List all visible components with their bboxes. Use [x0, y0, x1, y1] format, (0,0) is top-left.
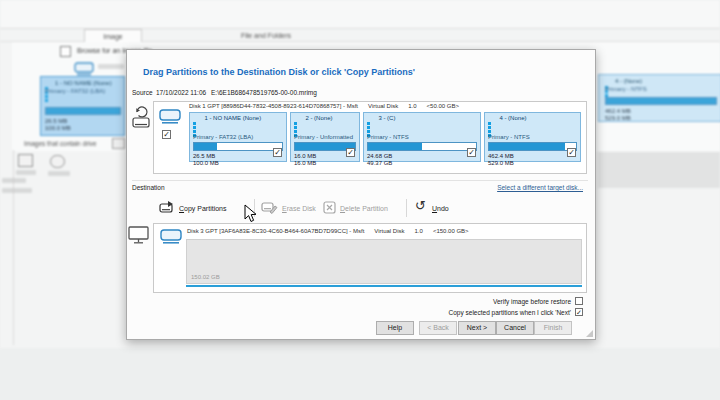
unallocated-space[interactable]: 150.02 GB: [186, 239, 582, 284]
partition-sizes: 26.5 MB100.0 MB: [193, 153, 283, 167]
cancel-button[interactable]: Cancel: [496, 321, 534, 335]
bg-toolbar-label-smear: [16, 170, 36, 175]
tab-image[interactable]: Image: [84, 29, 142, 42]
source-label: Source: [132, 89, 153, 96]
bg-left-text-smear: [2, 188, 32, 193]
partition-block-4[interactable]: 4 - (None) Primary - NTFS 462.4 MB529.0 …: [484, 112, 581, 162]
partition-checkbox[interactable]: ✓: [346, 148, 355, 157]
toolbar-separator: [406, 199, 407, 217]
disk-header-smear: [98, 64, 124, 69]
bg-partition-title: 1 - NO NAME (None): [55, 80, 123, 86]
select-target-disk-link[interactable]: Select a different target disk...: [497, 184, 583, 191]
partition-type: Primary - Unformatted: [294, 134, 356, 140]
option-label: Verify image before restore: [493, 298, 571, 305]
restore-wizard-dialog: Drag Partitions to the Destination Disk …: [126, 49, 596, 340]
source-disk-checkbox[interactable]: ✓: [162, 130, 171, 139]
source-disk-header: Disk 1 GPT [88986D44-7832-4508-8923-614D…: [189, 103, 469, 109]
option-checkbox[interactable]: [575, 297, 583, 305]
partition-checkbox[interactable]: ✓: [273, 148, 282, 157]
partition-type: Primary - NTFS: [367, 134, 477, 140]
windows-logo-icon: [193, 122, 200, 129]
desktop-top-strip: [0, 0, 720, 28]
partition-sizes: 462.4 MB529.0 MB: [488, 153, 577, 167]
windows-logo-icon: [367, 122, 374, 129]
partition-title: 3 - (C): [378, 115, 395, 121]
bg-partition-sizes: 26.5 MB100.0 MB: [45, 118, 71, 132]
copy-partitions-icon: [159, 200, 175, 215]
source-datetime: 17/10/2022 11:06: [156, 89, 206, 96]
tab-file-and-folders[interactable]: File and Folders: [196, 29, 336, 42]
erase-disk-icon: [261, 200, 278, 215]
browse-image-icon: [60, 46, 71, 57]
source-disk-icon: [159, 109, 181, 125]
partition-title: 1 - NO NAME (None): [204, 115, 261, 121]
destination-disk-header: Disk 3 GPT [3AF6A83E-8C30-4C60-B464-60A7…: [187, 228, 479, 234]
bg-left-text-smear: [2, 178, 26, 183]
mouse-cursor: [244, 204, 257, 223]
option-row-1: Verify image before restore: [493, 296, 583, 306]
destination-disk-icon: [160, 229, 182, 245]
resize-grip[interactable]: [586, 330, 593, 337]
bg-partition-subtitle: Primary - NTFS: [605, 86, 715, 92]
partition-title: 2 - (None): [305, 115, 332, 121]
partition-type: Primary - FAT32 (LBA): [193, 134, 283, 140]
section-divider: [132, 180, 588, 181]
help-button[interactable]: Help: [376, 321, 414, 335]
delete-partition-icon: [323, 201, 336, 214]
back-button[interactable]: < Back: [419, 321, 457, 335]
dialog-title: Drag Partitions to the Destination Disk …: [143, 67, 415, 77]
disk-icon: [74, 62, 94, 77]
option-checkbox[interactable]: ✓: [575, 308, 583, 316]
bg-partition-4[interactable]: 4 - (None) Primary - NTFS 462.4 MB529.0 …: [598, 74, 720, 122]
partition-block-3[interactable]: 3 - (C) Primary - NTFS 24.68 GB49.37 GB …: [363, 112, 481, 162]
bg-lower-panel: [598, 152, 720, 188]
partition-sizes: 24.68 GB49.37 GB: [367, 153, 477, 167]
option-row-2: Copy selected partitions when I click 'N…: [449, 307, 583, 317]
next-button[interactable]: Next >: [458, 321, 496, 335]
undo-icon: ↺: [415, 199, 426, 212]
finish-button[interactable]: Finish: [534, 321, 572, 335]
windows-logo-icon: [488, 122, 495, 129]
partition-block-1[interactable]: 1 - NO NAME (None) Primary - FAT32 (LBA)…: [189, 112, 287, 162]
bg-partition-sizes: 462.4 MB529.0 MB: [605, 108, 631, 122]
partition-title: 4 - (None): [499, 115, 526, 121]
option-label: Copy selected partitions when I click 'N…: [449, 309, 571, 316]
windows-logo-icon: [294, 122, 301, 129]
partition-type: Primary - NTFS: [488, 134, 577, 140]
partition-checkbox[interactable]: ✓: [567, 148, 576, 157]
partition-checkbox[interactable]: ✓: [467, 148, 476, 157]
partition-usage-bar: [367, 142, 477, 151]
partition-block-2[interactable]: 2 - (None) Primary - Unformatted 16.0 MB…: [290, 112, 360, 162]
bg-partition-subtitle: Primary - FAT32 (LBA): [45, 88, 123, 94]
bg-toolbar-label-smear: [48, 171, 70, 176]
unallocated-underline: [186, 285, 582, 287]
bg-partition-bar: [45, 107, 121, 115]
destination-label: Destination: [132, 184, 165, 191]
source-file-path: E:\6E1B686478519765-00-00.mrimg: [211, 89, 317, 96]
images-filter-box[interactable]: [112, 138, 125, 149]
partition-usage-bar: [488, 142, 577, 151]
bg-partition-1[interactable]: 1 - NO NAME (None) Primary - FAT32 (LBA)…: [40, 76, 125, 136]
bg-toolbar-button-2[interactable]: [50, 155, 65, 168]
images-contain-drive-heading: Images that contain drive: [24, 140, 97, 147]
bg-partition-bar: [605, 97, 717, 105]
unallocated-size-label: 150.02 GB: [191, 274, 220, 280]
destination-computer-icon: [128, 226, 149, 244]
bg-partition-title: 4 - (None): [615, 78, 715, 84]
restore-image-icon: [130, 104, 152, 131]
bg-toolbar-button-1[interactable]: [18, 154, 33, 167]
partition-usage-bar: [193, 142, 283, 151]
